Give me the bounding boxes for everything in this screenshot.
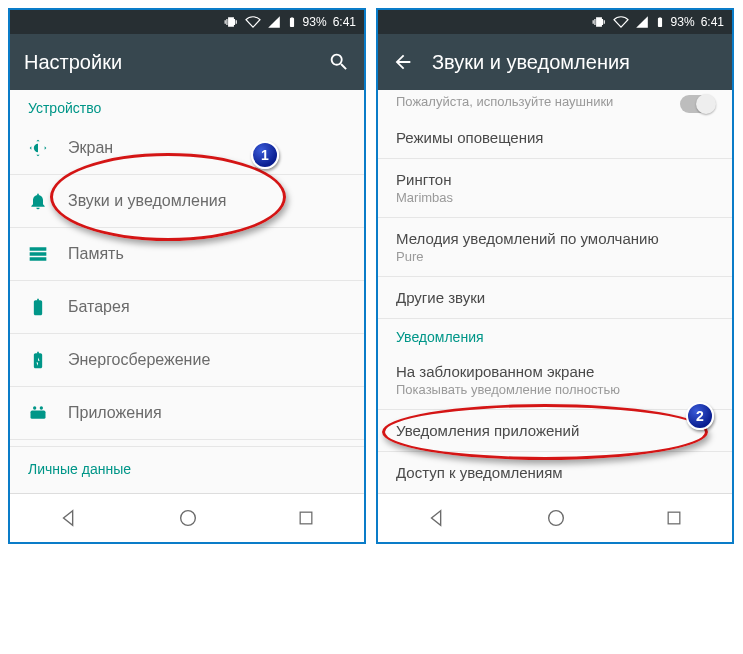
battery-text: 93% [303, 15, 327, 29]
nav-bar [10, 493, 364, 542]
item-alert-modes[interactable]: Режимы оповещения [378, 117, 732, 159]
item-label: Рингтон [396, 171, 714, 188]
content: Устройство Экран Звуки и уведомления 1 П… [10, 90, 364, 493]
nav-back-icon[interactable] [426, 507, 448, 529]
appbar: Звуки и уведомления [378, 34, 732, 90]
svg-rect-6 [668, 512, 680, 524]
phone-right: 93% 6:41 Звуки и уведомления Пожалуйста,… [376, 8, 734, 544]
item-power[interactable]: Энергосбережение [10, 334, 364, 387]
bell-icon [28, 191, 48, 211]
clock-text: 6:41 [333, 15, 356, 29]
nav-home-icon[interactable] [545, 507, 567, 529]
section-notifications: Уведомления [378, 319, 732, 351]
svg-rect-4 [300, 512, 312, 524]
item-label: На заблокированном экране [396, 363, 714, 380]
battery-icon [287, 15, 297, 29]
apps-icon [28, 403, 48, 423]
page-title: Звуки и уведомления [432, 51, 718, 74]
svg-point-1 [33, 406, 36, 409]
svg-point-5 [549, 511, 564, 526]
item-label: Приложения [68, 404, 162, 422]
phone-left: 93% 6:41 Настройки Устройство Экран Звук… [8, 8, 366, 544]
item-label: Уведомления приложений [396, 422, 714, 439]
item-label: Доступ к уведомлениям [396, 464, 714, 481]
wifi-icon [245, 15, 261, 29]
item-battery[interactable]: Батарея [10, 281, 364, 334]
search-icon[interactable] [328, 51, 350, 73]
item-label: Звуки и уведомления [68, 192, 226, 210]
item-lockscreen-notif[interactable]: На заблокированном экране Показывать уве… [378, 351, 732, 410]
battery-icon [655, 15, 665, 29]
energy-icon [28, 350, 48, 370]
item-label: Батарея [68, 298, 130, 316]
back-icon[interactable] [392, 51, 414, 73]
vibrate-icon [223, 15, 239, 29]
item-label: Другие звуки [396, 289, 714, 306]
toggle-switch[interactable] [680, 95, 714, 113]
headphone-hint: Пожалуйста, используйте наушники [396, 90, 680, 117]
nav-bar [378, 493, 732, 542]
item-label: Память [68, 245, 124, 263]
item-display[interactable]: Экран [10, 122, 364, 175]
content: Пожалуйста, используйте наушники Режимы … [378, 90, 732, 493]
item-sublabel: Pure [396, 249, 714, 264]
item-other-sounds[interactable]: Другие звуки [378, 277, 732, 319]
signal-icon [635, 15, 649, 29]
item-label: Режимы оповещения [396, 129, 714, 146]
item-label: Мелодия уведомлений по умолчанию [396, 230, 714, 247]
svg-point-2 [40, 406, 43, 409]
svg-point-3 [181, 511, 196, 526]
nav-home-icon[interactable] [177, 507, 199, 529]
clock-text: 6:41 [701, 15, 724, 29]
battery-icon [28, 297, 48, 317]
page-title: Настройки [24, 51, 310, 74]
storage-icon [28, 244, 48, 264]
item-notif-access[interactable]: Доступ к уведомлениям [378, 452, 732, 493]
item-sound[interactable]: Звуки и уведомления 1 [10, 175, 364, 228]
item-app-notif[interactable]: Уведомления приложений 2 [378, 410, 732, 452]
item-sublabel: Marimbas [396, 190, 714, 205]
item-notif-sound[interactable]: Мелодия уведомлений по умолчанию Pure [378, 218, 732, 277]
item-label: Экран [68, 139, 113, 157]
item-storage[interactable]: Память [10, 228, 364, 281]
appbar: Настройки [10, 34, 364, 90]
nav-recent-icon[interactable] [664, 508, 684, 528]
section-device: Устройство [10, 90, 364, 122]
svg-rect-0 [31, 411, 46, 419]
status-bar: 93% 6:41 [378, 10, 732, 34]
vibrate-icon [591, 15, 607, 29]
item-ringtone[interactable]: Рингтон Marimbas [378, 159, 732, 218]
status-bar: 93% 6:41 [10, 10, 364, 34]
nav-back-icon[interactable] [58, 507, 80, 529]
item-label: Энергосбережение [68, 351, 210, 369]
section-personal: Личные данные [10, 446, 364, 483]
item-sublabel: Показывать уведомление полностью [396, 382, 714, 397]
battery-text: 93% [671, 15, 695, 29]
wifi-icon [613, 15, 629, 29]
brightness-icon [28, 138, 48, 158]
signal-icon [267, 15, 281, 29]
nav-recent-icon[interactable] [296, 508, 316, 528]
item-apps[interactable]: Приложения [10, 387, 364, 440]
